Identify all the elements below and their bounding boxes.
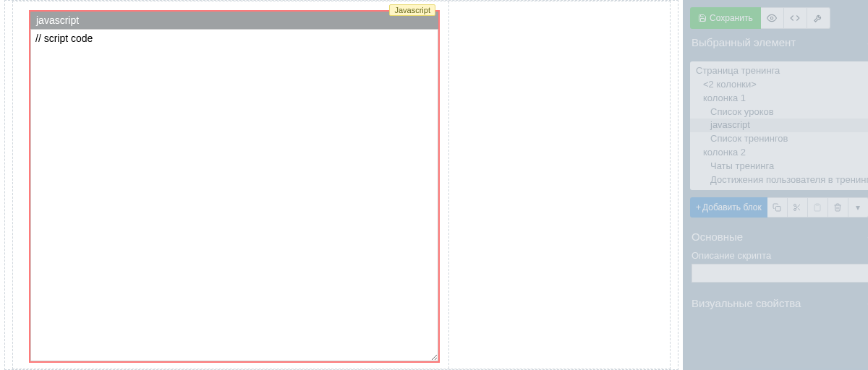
section-main[interactable]: Основные ⌄ xyxy=(683,223,868,250)
block-actions: + Добавить блок xyxy=(690,197,868,218)
tree-item[interactable]: Чаты тренинга xyxy=(690,160,868,173)
save-icon xyxy=(698,14,707,22)
scissors-icon xyxy=(793,203,801,212)
script-code-textarea[interactable] xyxy=(30,29,438,361)
tree-item[interactable]: <2 колонки> xyxy=(690,78,868,92)
paste-button[interactable] xyxy=(808,197,828,218)
top-toolbar: Сохранить xyxy=(690,7,868,29)
javascript-block[interactable]: javascript Javascript xyxy=(29,10,440,363)
add-block-button[interactable]: + Добавить блок xyxy=(690,197,767,218)
svg-point-2 xyxy=(794,204,796,206)
code-button[interactable] xyxy=(784,7,807,29)
preview-button[interactable] xyxy=(761,7,784,29)
svg-point-3 xyxy=(794,208,796,210)
save-button[interactable]: Сохранить xyxy=(690,7,761,29)
tree-item[interactable]: колонка 1 xyxy=(690,92,868,106)
add-block-label: Добавить блок xyxy=(702,202,762,212)
tree-item[interactable]: Список тренингов xyxy=(690,132,868,146)
trash-icon xyxy=(833,203,842,212)
tree-item[interactable]: Страница тренинга xyxy=(690,64,868,78)
layout-grid-outer: javascript Javascript xyxy=(4,0,678,370)
block-type-badge: Javascript xyxy=(389,4,435,16)
block-title: javascript xyxy=(36,14,79,26)
code-icon xyxy=(790,13,800,23)
section-visual[interactable]: Визуальные свойства ⌄ xyxy=(683,290,868,317)
more-actions-button[interactable]: ▾ xyxy=(848,197,868,218)
section-title: Визуальные свойства xyxy=(692,297,801,309)
properties-panel: Сохранить xyxy=(683,0,868,370)
svg-rect-7 xyxy=(816,204,819,205)
wrench-icon xyxy=(813,13,823,23)
section-title: Основные xyxy=(692,231,743,243)
section-selected-element[interactable]: Выбранный элемент ⌄ xyxy=(683,29,868,56)
copy-button[interactable] xyxy=(767,197,788,218)
svg-line-6 xyxy=(796,206,797,207)
svg-line-5 xyxy=(799,208,801,210)
eye-icon xyxy=(767,13,777,23)
tree-item[interactable]: Список уроков xyxy=(690,106,868,119)
tree-item[interactable]: Достижения пользователя в тренинге xyxy=(690,173,868,187)
settings-button[interactable] xyxy=(807,7,830,29)
delete-button[interactable] xyxy=(828,197,848,218)
copy-icon xyxy=(773,203,781,212)
column-divider xyxy=(448,1,449,369)
script-description-label: Описание скрипта xyxy=(692,250,868,261)
save-button-label: Сохранить xyxy=(710,13,753,23)
layout-grid-inner: javascript Javascript xyxy=(12,1,671,369)
tree-item[interactable]: javascript xyxy=(690,119,868,132)
element-tree: Страница тренинга<2 колонки>колонка 1Спи… xyxy=(690,61,868,190)
svg-point-0 xyxy=(770,17,773,20)
cut-button[interactable] xyxy=(788,197,808,218)
block-header[interactable]: javascript Javascript xyxy=(30,12,438,29)
script-description-input[interactable] xyxy=(692,264,868,283)
section-title: Выбранный элемент xyxy=(692,36,796,48)
svg-rect-1 xyxy=(776,206,781,211)
plus-icon: + xyxy=(696,202,701,212)
canvas: javascript Javascript xyxy=(0,0,683,370)
clipboard-icon xyxy=(813,203,822,212)
caret-down-icon: ▾ xyxy=(856,202,860,212)
tree-item[interactable]: колонка 2 xyxy=(690,146,868,160)
